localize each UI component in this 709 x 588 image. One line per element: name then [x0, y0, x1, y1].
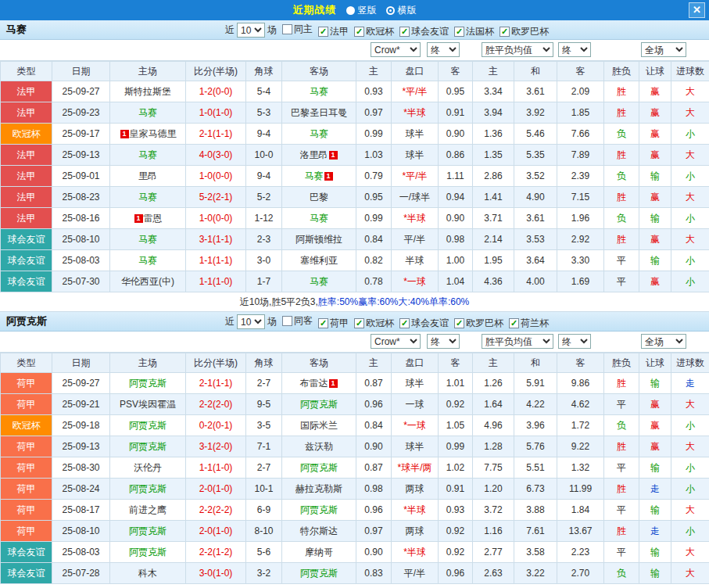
odds-select-3[interactable]: 终	[558, 42, 591, 57]
date-cell: 25-09-21	[52, 394, 110, 415]
score-cell: 4-0(3-0)	[186, 145, 246, 166]
filter-checked[interactable]: ✓荷兰杯	[509, 317, 549, 330]
odds-select-4[interactable]: 全场	[641, 42, 686, 57]
near-label: 近	[225, 315, 235, 328]
col-away-odds: 客	[439, 353, 473, 373]
away-odds-cell: 0.95	[439, 81, 473, 102]
result-cell: 负	[604, 208, 639, 229]
filter-checked[interactable]: ✓荷甲	[318, 317, 349, 330]
avg-home-cell: 2.63	[473, 563, 514, 584]
radio-horizontal-icon[interactable]	[386, 6, 395, 15]
filter-checked[interactable]: ✓欧冠杯	[354, 25, 394, 38]
odds-select-2[interactable]: 胜平负均值	[482, 42, 553, 57]
match-row: 荷甲25-08-24阿贾克斯2-0(1-0)10-1赫拉克勒斯0.98两球0.9…	[1, 479, 709, 500]
match-count-select[interactable]: 10	[237, 23, 265, 38]
col-date: 日期	[52, 62, 110, 81]
match-row: 球会友谊25-08-03马赛1-1(1-1)3-0塞维利亚0.82半球1.001…	[1, 250, 709, 271]
filter-checked[interactable]: ✓球会友谊	[399, 25, 449, 38]
league-badge: 法甲	[1, 145, 52, 166]
checkbox-icon[interactable]: ✓	[399, 318, 410, 328]
away-team-cell: 阿贾克斯	[282, 457, 356, 479]
odds-select-1[interactable]: 终	[427, 334, 460, 349]
filter-checked[interactable]: ✓欧罗巴杯	[454, 317, 503, 330]
home-team-cell: PSV埃因霍温	[110, 394, 186, 415]
result-cell: 平	[604, 271, 639, 292]
layout-vertical-option[interactable]: 竖版	[346, 4, 377, 17]
checkbox-icon[interactable]: ✓	[454, 27, 464, 37]
score-cell: 2-1(1-1)	[186, 124, 246, 145]
checkbox-icon[interactable]: ✓	[354, 27, 364, 37]
checkbox-icon[interactable]: ✓	[509, 318, 519, 328]
corner-cell: 10-0	[246, 145, 282, 166]
home-odds-cell: 0.79	[356, 166, 392, 187]
team-name: 洛里昂	[300, 149, 328, 160]
filter-checked[interactable]: ✓欧冠杯	[354, 317, 394, 330]
corner-cell: 9-5	[246, 394, 282, 415]
focus-team-name: 阿贾克斯	[129, 483, 167, 494]
filter-label: 荷甲	[330, 317, 349, 330]
odds-select-3[interactable]: 终	[558, 334, 591, 349]
handicap-result-cell: 输	[639, 542, 671, 563]
league-badge: 荷甲	[1, 373, 52, 394]
checkbox-icon[interactable]: ✓	[318, 318, 328, 328]
score-cell: 1-1(1-0)	[186, 271, 246, 292]
home-odds-cell: 0.90	[356, 436, 392, 457]
home-odds-cell: 0.99	[356, 124, 392, 145]
match-row: 球会友谊25-07-30华伦西亚(中)1-1(1-0)1-7马赛0.78*一球1…	[1, 271, 709, 292]
layout-horizontal-option[interactable]: 横版	[386, 4, 417, 17]
league-badge: 法甲	[1, 208, 52, 229]
team-name: 科木	[138, 568, 157, 579]
match-row: 荷甲25-09-13阿贾克斯3-1(2-0)7-1兹沃勒0.90球半0.991.…	[1, 436, 709, 457]
league-badge: 球会友谊	[1, 229, 52, 250]
col-home: 主场	[110, 353, 186, 373]
away-odds-cell: 0.92	[439, 521, 473, 542]
checkbox-icon[interactable]: ✓	[354, 318, 364, 328]
odds-select-4[interactable]: 全场	[641, 334, 686, 349]
close-button[interactable]: ✕	[689, 2, 705, 18]
handicap-cell: 球半	[392, 145, 439, 166]
filter-label: 同客	[294, 314, 313, 328]
team-name: 布雷达	[300, 378, 328, 389]
away-team-cell: 马赛	[282, 208, 356, 229]
handicap-cell: *平/半	[392, 81, 439, 102]
checkbox-icon[interactable]	[282, 24, 292, 34]
filter-label: 欧冠杯	[366, 25, 394, 38]
corner-cell: 6-9	[246, 500, 282, 521]
avg-draw-cell: 3.64	[514, 250, 557, 271]
handicap-result-cell: 赢	[639, 81, 671, 102]
avg-away-cell: 1.32	[557, 457, 604, 479]
checkbox-icon[interactable]: ✓	[454, 318, 464, 328]
radio-vertical-icon[interactable]	[346, 6, 355, 15]
filter-unchecked[interactable]: 同客	[282, 314, 313, 328]
corner-cell: 9-4	[246, 166, 282, 187]
odds-select-1[interactable]: 终	[427, 42, 460, 57]
match-count-select[interactable]: 10	[237, 314, 265, 329]
checkbox-icon[interactable]: ✓	[318, 27, 328, 37]
checkbox-icon[interactable]: ✓	[500, 27, 510, 37]
corner-cell: 3-5	[246, 415, 282, 436]
avg-home-cell: 2.86	[473, 166, 514, 187]
date-cell: 25-09-27	[52, 81, 110, 102]
odds-select-2[interactable]: 胜平负均值	[482, 334, 553, 349]
avg-away-cell: 1.72	[557, 415, 604, 436]
league-badge: 法甲	[1, 166, 52, 187]
col-handicap-result: 让球	[639, 62, 671, 81]
odds-select-0[interactable]: Crow*	[371, 334, 421, 349]
away-odds-cell: 0.96	[439, 563, 473, 584]
filter-checked[interactable]: ✓法甲	[318, 25, 349, 38]
corner-cell: 5-3	[246, 102, 282, 124]
checkbox-icon[interactable]: ✓	[399, 27, 410, 37]
filter-checked[interactable]: ✓法国杯	[454, 25, 494, 38]
filter-unchecked[interactable]: 同主	[282, 23, 313, 36]
checkbox-icon[interactable]	[282, 316, 292, 326]
away-team-cell: 马赛	[282, 124, 356, 145]
filter-checked[interactable]: ✓球会友谊	[399, 317, 449, 330]
result-cell: 胜	[604, 145, 639, 166]
result-cell: 平	[604, 250, 639, 271]
date-cell: 25-08-24	[52, 479, 110, 500]
handicap-result-cell: 输	[639, 457, 671, 479]
filter-checked[interactable]: ✓欧罗巴杯	[500, 25, 549, 38]
odds-select-0[interactable]: Crow*	[371, 42, 421, 57]
handicap-result-cell: 赢	[639, 229, 671, 250]
home-odds-cell: 0.96	[356, 394, 392, 415]
